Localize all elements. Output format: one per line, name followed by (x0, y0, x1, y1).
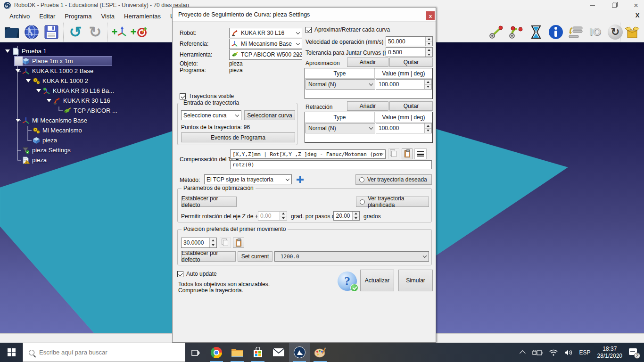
spinner-arrows[interactable] (424, 80, 431, 89)
tcp-compensation-input[interactable]: rotz(0) (230, 160, 432, 169)
tree-item-pieza-program[interactable]: pieza (0, 155, 151, 165)
program-events-button[interactable]: Eventos de Programa (181, 132, 295, 142)
expander-icon[interactable] (36, 89, 41, 92)
move-linear-button[interactable] (487, 23, 506, 41)
spinner-arrows[interactable] (425, 48, 432, 57)
open-online-library-button[interactable] (22, 23, 41, 41)
help-button[interactable]: ? (338, 272, 357, 291)
trajectory-visible-checkbox[interactable]: Trayectoria visible (180, 93, 234, 99)
undo-button[interactable]: ↺ (66, 23, 85, 41)
spinner-arrows[interactable] (424, 123, 431, 133)
move-joint-button[interactable] (506, 23, 526, 41)
dialog-close-button[interactable]: x (426, 11, 435, 20)
expander-icon[interactable] (47, 99, 51, 102)
tcp-format-combo[interactable]: [X,Y,Z]mm | Rot[X,Y ,Z ]deg - Fanuc/Moto… (230, 149, 386, 159)
approach-type-combo[interactable]: Normal (N) (305, 79, 375, 90)
start-button[interactable] (0, 343, 23, 362)
method-combo[interactable]: El TCP sigue la trayectoria (204, 174, 292, 184)
menu-vista[interactable]: Vista (96, 11, 119, 22)
tray-expand-icon[interactable] (520, 350, 526, 356)
show-desired-path-radio[interactable]: Ver trayectoria deseada (355, 174, 432, 185)
speed-spinner[interactable]: 50.000 (386, 36, 433, 46)
set-current-button[interactable]: Set current (238, 251, 272, 262)
info-button[interactable] (546, 23, 566, 41)
taskbar-chrome-button[interactable] (206, 343, 227, 362)
retract-add-button[interactable]: Añadir (347, 101, 388, 111)
tool-combo[interactable]: TCP ABICOR W500 222 (229, 49, 302, 60)
update-button[interactable]: Actualizar (360, 270, 394, 291)
taskbar-explorer-button[interactable] (227, 343, 248, 362)
paste-position-button[interactable] (233, 238, 244, 248)
tree-item-station[interactable]: Prueba 1 (0, 46, 151, 56)
menu-programa[interactable]: Programa (60, 11, 96, 22)
show-planned-path-radio[interactable]: Ver trayectoria planificada (356, 197, 429, 207)
approach-remove-button[interactable]: Quitar (389, 58, 433, 67)
add-target-button[interactable]: + (129, 23, 149, 41)
simulate-button[interactable]: Simular (398, 270, 433, 291)
tree-item-mecanismo-base[interactable]: Mi Mecanismo Base (0, 115, 151, 125)
minimize-button[interactable] (588, 1, 597, 9)
task-view-button[interactable] (185, 343, 206, 362)
tolerance-spinner[interactable]: 0.500 (386, 47, 433, 57)
approach-add-button[interactable]: Añadir (347, 58, 388, 67)
spinner-arrows[interactable] (209, 238, 216, 247)
add-method-button[interactable] (297, 176, 304, 183)
approach-value-spinner[interactable]: 100.000 (376, 79, 432, 90)
menu-archivo[interactable]: Archivo (5, 11, 34, 22)
restore-button[interactable] (610, 1, 619, 9)
language-indicator[interactable]: ESP (579, 349, 591, 356)
tree-item-kr-base[interactable]: KUKA KR 30 L16 Ba... (0, 86, 151, 96)
notification-center-button[interactable]: 2 (629, 348, 638, 357)
tree-item-plane[interactable]: Plane 1m x 1m (0, 56, 151, 66)
copy-position-button[interactable] (220, 238, 231, 248)
taskbar-store-button[interactable] (248, 343, 268, 362)
taskbar-search[interactable] (23, 343, 185, 362)
select-curve-combo[interactable]: Seleccione curva (181, 110, 241, 120)
optimization-default-button[interactable]: Establecer por defecto (181, 197, 237, 207)
spinner-arrows[interactable] (280, 212, 287, 220)
volume-icon[interactable] (564, 349, 573, 356)
export-package-button[interactable] (622, 23, 642, 41)
close-button[interactable] (632, 1, 640, 9)
add-reference-frame-button[interactable]: + (109, 23, 129, 41)
preferred-position-spinner[interactable]: 30.0000 (181, 238, 217, 248)
options-menu-button[interactable] (414, 148, 427, 159)
expander-icon[interactable] (16, 119, 20, 122)
pause-button[interactable] (526, 23, 546, 41)
search-input[interactable] (39, 349, 166, 356)
approach-retract-checkbox[interactable]: Aproximar/Retraer cada curva (305, 26, 390, 33)
clock[interactable]: 18:37 28/1/2020 (597, 346, 622, 360)
taskbar-paint-button[interactable] (310, 343, 330, 362)
tree-item-mecanismo[interactable]: Mi Mecanismo (0, 125, 151, 135)
expander-icon[interactable] (26, 79, 31, 82)
save-station-button[interactable] (41, 23, 61, 41)
spinner-arrows[interactable] (352, 212, 359, 220)
program-instructions-button[interactable] (566, 23, 586, 41)
expander-icon[interactable] (5, 49, 10, 53)
retract-value-spinner[interactable]: 100.000 (376, 123, 432, 133)
taskbar-mail-button[interactable] (268, 343, 289, 362)
auto-update-checkbox[interactable]: Auto update (177, 271, 217, 277)
select-curve-button[interactable]: Seleccionar curva (244, 110, 295, 120)
menu-herramientas[interactable]: Herramientas (119, 11, 165, 22)
redo-button[interactable]: ↻ (85, 23, 105, 41)
menu-editar[interactable]: Editar (34, 11, 60, 22)
preferred-default-button[interactable]: Establecer por defecto (181, 251, 236, 262)
spinner-arrows[interactable] (425, 37, 432, 46)
step-spinner[interactable]: 20.00 (333, 211, 360, 221)
tree-item-robot[interactable]: KUKA KR 30 L16 (0, 96, 151, 106)
expander-icon[interactable] (16, 69, 20, 73)
retract-remove-button[interactable]: Quitar (389, 101, 433, 111)
copy-button[interactable] (388, 148, 399, 159)
tree-item-kl-base[interactable]: KUKA KL 1000 2 Base (0, 66, 151, 76)
battery-icon[interactable] (532, 349, 543, 356)
wifi-icon[interactable] (549, 349, 558, 356)
open-file-button[interactable] (2, 23, 22, 41)
io-button[interactable]: IO (586, 23, 605, 41)
tree-item-pieza-settings[interactable]: pieza Settings (0, 145, 151, 155)
tree-item-tool[interactable]: TCP ABICOR ... (0, 106, 151, 115)
paste-button[interactable] (402, 148, 413, 159)
retract-type-combo[interactable]: Normal (N) (305, 123, 375, 133)
robot-combo[interactable]: KUKA KR 30 L16 (229, 28, 302, 38)
z-rotation-spinner[interactable]: 0.00 (258, 211, 287, 221)
